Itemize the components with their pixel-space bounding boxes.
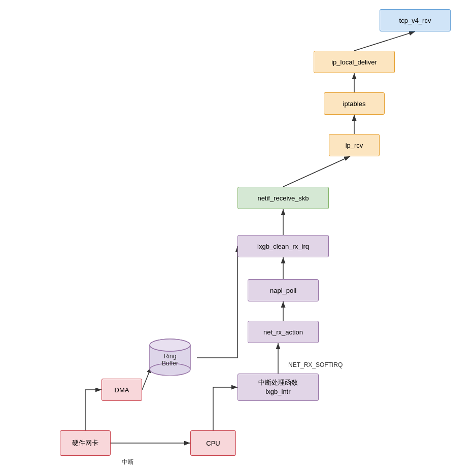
svg-text:Ring: Ring [164,353,177,360]
svg-text:Buffer: Buffer [162,360,178,367]
net-rx-action-label: net_rx_action [263,328,303,336]
ip-local-deliver-label: ip_local_deliver [331,58,377,66]
hardware-nic-node: 硬件网卡 [60,430,111,456]
ixgb-clean-rx-irq-node: ixgb_clean_rx_irq [237,235,329,257]
diagram: tcp_v4_rcv ip_local_deliver iptables ip_… [0,0,476,473]
net-rx-softirq-label: NET_RX_SOFTIRQ [288,361,343,368]
zhongduan-handler-label: 中断处理函数ixgb_intr [258,378,298,396]
ip-rcv-label: ip_rcv [346,142,363,149]
iptables-node: iptables [324,92,385,115]
zhongduan-label: 中断 [122,458,134,466]
napi-poll-node: napi_poll [248,279,319,301]
hardware-nic-label: 硬件网卡 [72,438,98,448]
dma-label: DMA [115,386,129,394]
tcp-v4-rcv-node: tcp_v4_rcv [380,9,451,31]
cpu-label: CPU [206,440,220,447]
dma-node: DMA [101,379,142,401]
zhongduan-handler-node: 中断处理函数ixgb_intr [237,374,319,401]
tcp-v4-rcv-label: tcp_v4_rcv [399,17,431,24]
svg-point-14 [150,339,190,351]
ring-buffer-node: Ring Buffer [145,335,195,376]
svg-line-4 [283,156,350,187]
ip-local-deliver-node: ip_local_deliver [314,51,395,73]
ip-rcv-node: ip_rcv [329,134,380,156]
napi-poll-label: napi_poll [270,287,296,294]
iptables-label: iptables [343,100,366,108]
netif-receive-skb-label: netif_receive_skb [257,194,309,202]
svg-line-1 [354,31,415,51]
cpu-node: CPU [190,430,236,456]
ixgb-clean-rx-irq-label: ixgb_clean_rx_irq [257,243,309,250]
net-rx-action-node: net_rx_action [248,321,319,343]
netif-receive-skb-node: netif_receive_skb [237,187,329,209]
